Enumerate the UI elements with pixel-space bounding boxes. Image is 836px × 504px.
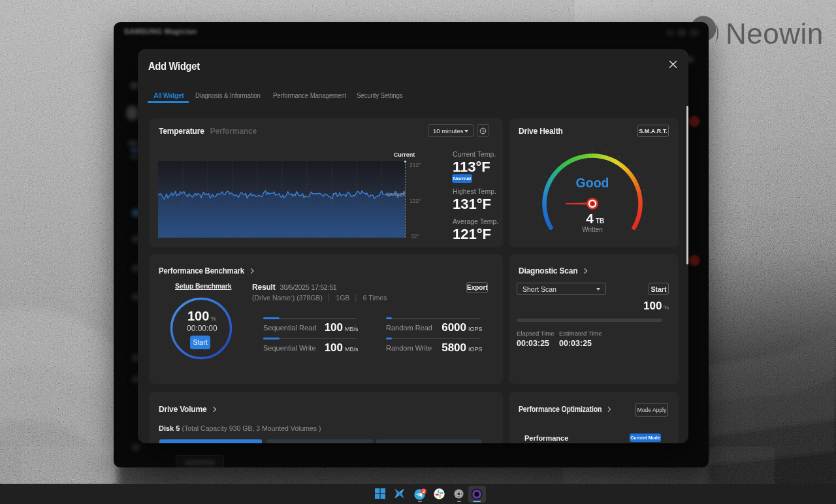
- svg-text:Written: Written: [582, 226, 603, 233]
- svg-text:122°: 122°: [410, 198, 421, 204]
- svg-text:Average: Average: [386, 191, 406, 197]
- svg-text:Current: Current: [394, 151, 415, 158]
- svg-text:Good: Good: [576, 176, 609, 190]
- svg-text:4: 4: [586, 211, 594, 226]
- svg-text:2: 2: [423, 489, 425, 494]
- svg-text:212°: 212°: [410, 162, 421, 168]
- svg-text:TB: TB: [596, 217, 604, 225]
- svg-text:32°: 32°: [411, 233, 419, 240]
